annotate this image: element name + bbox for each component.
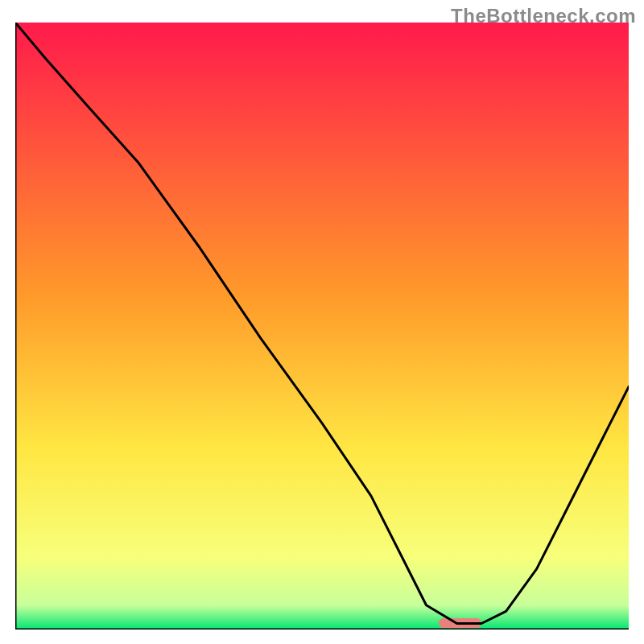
chart-area (15, 23, 629, 630)
watermark-text: TheBottleneck.com (451, 5, 636, 27)
chart-svg (15, 23, 629, 630)
gradient-background (15, 23, 629, 630)
